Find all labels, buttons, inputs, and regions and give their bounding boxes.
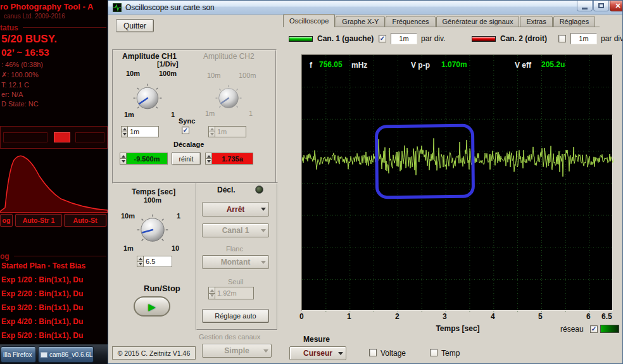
knob-tick-label: 100m [159, 70, 177, 77]
close-button[interactable]: ✕ [610, 1, 623, 11]
channel2-label: Can. 2 (droit) [500, 34, 547, 43]
amplitude-ch1-knob[interactable] [132, 83, 163, 113]
trigger-edge-select[interactable]: Montant [202, 255, 269, 269]
divider [14, 256, 106, 256]
veff-value: 205.2u [541, 60, 565, 69]
trigger-mode-value: Arrêt [227, 205, 245, 214]
trigger-threshold-value: 1.92m [215, 287, 254, 299]
apt-log-button[interactable]: og [0, 214, 13, 227]
quit-button-label: Quitter [123, 22, 146, 30]
knob-tick-label: 10 [172, 244, 179, 252]
timebase-knob[interactable] [136, 213, 169, 246]
taskbar: illa Firefox cam86_v0.6.6L... [0, 344, 109, 364]
tab-generateur[interactable]: Générateur de signaux [436, 16, 520, 27]
divider [23, 27, 106, 28]
quit-button[interactable]: Quitter [116, 19, 154, 32]
spinner-arrows[interactable] [208, 126, 215, 137]
channel-mgmt-select[interactable]: Simple [202, 344, 272, 358]
close-icon: ✕ [615, 2, 620, 10]
copyright-label: © 2015 C. Zeitnitz V1.46 [112, 346, 196, 360]
apt-busy-status: 5/20 BUSY. [1, 33, 57, 46]
knob-tick-label: 1m [123, 244, 134, 252]
x-tick: 3 [443, 312, 447, 321]
apt-progress-bar [0, 126, 108, 149]
trigger-mode-select[interactable]: Arrêt [202, 202, 269, 217]
trigger-threshold-label: Seuil [228, 278, 243, 286]
mains-label: réseau [560, 325, 584, 334]
voltage-checkbox[interactable] [369, 349, 377, 356]
tab-label: Fréquences [392, 18, 429, 25]
apt-window-title: ro Photography Tool - A [0, 2, 93, 11]
apt-info-line: er: N/A [1, 91, 23, 98]
spinner-arrows[interactable] [205, 153, 212, 165]
apt-time-status: 02’ ~ 16:53 [1, 47, 49, 58]
temp-checkbox[interactable] [430, 349, 437, 356]
x-axis-label: Temps [sec] [420, 324, 496, 333]
trigger-source-select[interactable]: Canal 1 [202, 223, 269, 237]
freq-unit: mHz [351, 61, 367, 70]
tab-frequences[interactable]: Fréquences [386, 16, 435, 27]
sync-label: Sync [179, 117, 195, 125]
apt-window-subtitle: canus Ltd. 2009-2016 [4, 13, 65, 20]
apt-info-line: D State: NC [1, 100, 39, 108]
apt-auto-stretch-1-button[interactable]: Auto-Str 1 [15, 214, 62, 227]
tab-reglages[interactable]: Réglages [553, 16, 595, 27]
amplitude-ch2-knob[interactable] [215, 84, 242, 112]
ch2-scale-value: 1m [579, 35, 588, 42]
taskbar-button-firefox[interactable]: illa Firefox [1, 346, 36, 363]
apt-log-entry: Exp 5/20 : Bin(1x1), Du [1, 331, 108, 340]
spinner-arrows[interactable] [121, 126, 128, 137]
run-stop-label: Run/Stop [144, 284, 180, 293]
oscilloscope-window: Oscilloscope sur carte son ✕ Quitter Osc… [108, 0, 623, 364]
ch1-scale-select[interactable]: 1m [391, 33, 417, 44]
window-title: Oscilloscope sur carte son [125, 3, 215, 12]
timebase-title: Temps [sec] [132, 187, 175, 196]
tab-graphe-xy[interactable]: Graphe X-Y [336, 16, 385, 27]
ch2-amplitude-spinner[interactable]: 1m [208, 126, 246, 137]
scope-plot [302, 55, 614, 311]
maximize-button[interactable] [593, 1, 609, 11]
minimize-icon [582, 8, 588, 9]
knob-tick-label: 1 [171, 111, 175, 118]
spinner-arrows[interactable] [137, 256, 144, 267]
run-stop-button[interactable]: ▶ [134, 296, 170, 317]
ch2-per-div-label: par div. [601, 34, 623, 43]
trigger-edge-label: Flanc [226, 245, 243, 253]
channel-mgmt-value: Simple [224, 346, 249, 355]
ch2-scale-select[interactable]: 1m [570, 33, 597, 44]
trigger-source-value: Canal 1 [222, 226, 249, 235]
measure-cursor-select[interactable]: Curseur [289, 346, 346, 360]
ch1-offset-spinner[interactable]: -9.500m [120, 153, 168, 165]
apt-log-entry: Started Plan - Test Bias [1, 261, 108, 270]
knob-tick-label: 100m [239, 72, 256, 79]
channel2-color-swatch [472, 36, 496, 42]
spinner-arrows[interactable] [208, 287, 215, 299]
channel1-color-swatch [289, 36, 313, 42]
knob-tick-label: 1 [177, 212, 180, 220]
spinner-arrows[interactable] [120, 153, 127, 165]
apt-auto-stretch-2-button[interactable]: Auto-St [64, 214, 106, 227]
reseau-checkbox[interactable]: ✓ [590, 325, 598, 333]
knob-tick-label: 1 [249, 110, 253, 117]
apt-log-entry: Exp 2/20 : Bin(1x1), Du [1, 289, 108, 298]
ch1-amplitude-spinner[interactable]: 1m [121, 126, 159, 137]
minimize-button[interactable] [577, 1, 593, 11]
title-bar[interactable]: Oscilloscope sur carte son ✕ [108, 1, 622, 15]
auto-setup-button[interactable]: Réglage auto [202, 309, 269, 323]
ch2-enable-checkbox[interactable] [558, 35, 566, 42]
offset-reset-button[interactable]: réinit [172, 152, 201, 165]
chevron-down-icon [263, 349, 268, 353]
timebase-spinner[interactable]: 6.5 [137, 256, 172, 267]
taskbar-button-cam86[interactable]: cam86_v0.6.6L... [38, 346, 94, 363]
ch2-offset-spinner[interactable]: 1.735a [205, 153, 253, 165]
tab-label: Oscilloscope [289, 17, 329, 25]
apt-progress-segment [75, 132, 104, 142]
tab-extras[interactable]: Extras [520, 16, 552, 27]
tab-oscilloscope[interactable]: Oscilloscope [283, 14, 335, 27]
ch1-enable-checkbox[interactable]: ✓ [379, 35, 386, 42]
veff-label: V eff [515, 61, 531, 70]
vpp-value: 1.070m [441, 60, 467, 69]
sync-checkbox[interactable]: ✓ [182, 127, 189, 134]
offset-label: Décalage [173, 141, 204, 148]
trigger-threshold-spinner[interactable]: 1.92m [208, 287, 254, 299]
